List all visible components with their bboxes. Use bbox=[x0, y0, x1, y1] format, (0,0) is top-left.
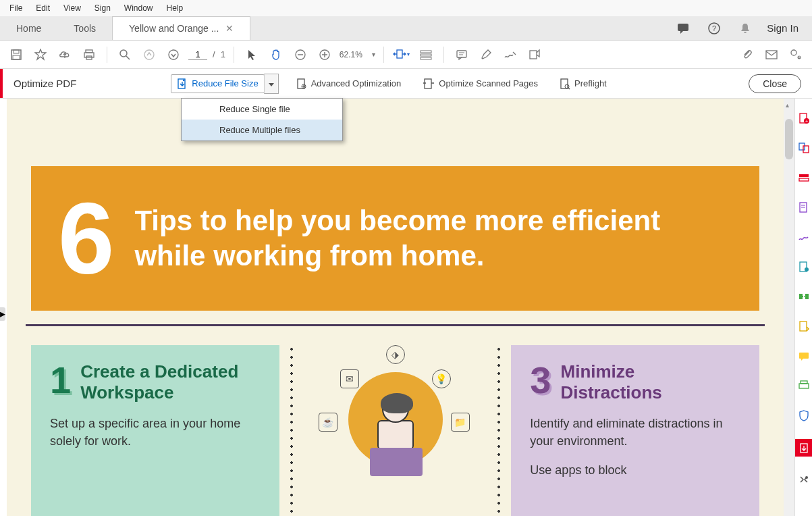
page-down-icon[interactable] bbox=[164, 45, 183, 64]
vertical-scrollbar[interactable]: ▴ bbox=[784, 99, 794, 516]
export-pdf-icon[interactable] bbox=[798, 201, 810, 213]
redact-icon[interactable] bbox=[798, 320, 810, 332]
document-viewport[interactable]: 6 Tips to help you become more efficient… bbox=[7, 99, 784, 516]
tab-close-icon[interactable]: ✕ bbox=[225, 23, 234, 34]
menu-view[interactable]: View bbox=[57, 1, 88, 15]
svg-rect-56 bbox=[801, 444, 807, 453]
menu-help[interactable]: Help bbox=[160, 1, 190, 15]
reduce-dropdown-menu: Reduce Single file Reduce Multiple files bbox=[181, 98, 343, 141]
svg-rect-55 bbox=[799, 384, 809, 388]
svg-rect-21 bbox=[421, 57, 431, 59]
svg-point-29 bbox=[798, 55, 801, 59]
print-tool-icon[interactable] bbox=[798, 380, 810, 392]
star-icon[interactable] bbox=[31, 45, 50, 64]
optimize-tool-icon[interactable] bbox=[795, 439, 813, 457]
protect-icon[interactable] bbox=[798, 409, 810, 421]
menu-sign[interactable]: Sign bbox=[88, 1, 117, 15]
zoom-level[interactable]: 62.1% bbox=[340, 50, 367, 59]
compress-icon[interactable] bbox=[798, 290, 810, 303]
edit-pdf-icon[interactable] bbox=[798, 172, 810, 184]
bell-icon[interactable] bbox=[736, 19, 755, 38]
svg-rect-43 bbox=[799, 174, 809, 177]
card3-title: Minimize Distractions bbox=[561, 361, 741, 403]
svg-point-9 bbox=[120, 50, 127, 57]
help-icon[interactable]: ? bbox=[705, 19, 724, 38]
more-tools-icon[interactable] bbox=[798, 474, 810, 486]
tab-home[interactable]: Home bbox=[0, 16, 57, 40]
left-panel-expand[interactable]: ▸ bbox=[0, 307, 5, 321]
scroll-up-icon[interactable]: ▴ bbox=[786, 101, 789, 109]
share-icon[interactable]: + bbox=[786, 45, 805, 64]
svg-rect-20 bbox=[421, 54, 431, 56]
reduce-dropdown-arrow[interactable] bbox=[264, 74, 279, 94]
folder-icon: 📁 bbox=[451, 413, 470, 432]
stamp-icon[interactable] bbox=[525, 45, 544, 64]
preflight-label: Preflight bbox=[574, 78, 607, 88]
zoom-in-icon[interactable] bbox=[315, 45, 334, 64]
print-icon[interactable] bbox=[80, 45, 99, 64]
svg-rect-6 bbox=[86, 50, 92, 53]
svg-rect-53 bbox=[799, 353, 809, 359]
find-icon[interactable] bbox=[115, 45, 134, 64]
tab-document[interactable]: Yellow and Orange ... ✕ bbox=[112, 16, 250, 40]
advanced-icon bbox=[296, 78, 307, 90]
create-pdf-icon[interactable]: + bbox=[798, 112, 810, 124]
reduce-single-item[interactable]: Reduce Single file bbox=[182, 99, 342, 120]
preflight-button[interactable]: Preflight bbox=[556, 75, 611, 93]
reduce-multiple-item[interactable]: Reduce Multiple files bbox=[182, 120, 342, 140]
svg-text:+: + bbox=[798, 54, 801, 60]
fit-width-icon[interactable]: ▾ bbox=[392, 45, 411, 64]
tab-bar: Home Tools Yellow and Orange ... ✕ ? Sig… bbox=[0, 16, 812, 41]
svg-rect-32 bbox=[298, 79, 304, 88]
save-icon[interactable] bbox=[7, 45, 26, 64]
sign-in-button[interactable]: Sign In bbox=[767, 22, 799, 34]
tip-card-1: 1 Create a Dedicated Workspace Set up a … bbox=[31, 345, 279, 516]
optimize-scanned-button[interactable]: Optimize Scanned Pages bbox=[418, 75, 542, 93]
advanced-optimization-button[interactable]: Advanced Optimization bbox=[292, 75, 406, 93]
close-button[interactable]: Close bbox=[749, 74, 801, 93]
tip-card-2-illustration: ⬗ ✉ 💡 ☕ 📁 bbox=[290, 345, 501, 516]
zoom-dropdown-icon[interactable]: ▾ bbox=[372, 51, 375, 58]
svg-line-10 bbox=[126, 56, 130, 59]
signature-icon[interactable] bbox=[501, 45, 520, 64]
svg-rect-7 bbox=[84, 53, 94, 57]
svg-point-13 bbox=[296, 50, 305, 59]
svg-point-57 bbox=[805, 476, 808, 479]
page-up-icon[interactable] bbox=[140, 45, 159, 64]
pointer-icon[interactable] bbox=[242, 45, 261, 64]
comment-icon[interactable] bbox=[674, 19, 693, 38]
svg-rect-38 bbox=[800, 113, 807, 123]
card3-number: 3 bbox=[530, 361, 551, 399]
page-display-icon[interactable] bbox=[416, 45, 435, 64]
scanned-label: Optimize Scanned Pages bbox=[439, 78, 538, 88]
zoom-out-icon[interactable] bbox=[291, 45, 310, 64]
email-icon[interactable] bbox=[762, 45, 781, 64]
menu-bar: File Edit View Sign Window Help bbox=[0, 0, 812, 16]
menu-file[interactable]: File bbox=[3, 1, 29, 15]
organize-icon[interactable] bbox=[798, 261, 810, 273]
card1-title: Create a Dedicated Workspace bbox=[80, 361, 261, 403]
hand-icon[interactable] bbox=[267, 45, 286, 64]
svg-rect-26 bbox=[530, 51, 537, 59]
sign-tool-icon[interactable] bbox=[798, 231, 810, 243]
page-number-input[interactable] bbox=[188, 49, 207, 60]
menu-window[interactable]: Window bbox=[117, 1, 160, 15]
banner: 6 Tips to help you become more efficient… bbox=[31, 166, 759, 311]
optimize-title: Optimize PDF bbox=[13, 78, 76, 89]
main-toolbar: / 1 62.1% ▾ ▾ + bbox=[0, 41, 812, 69]
comment-tool-icon[interactable] bbox=[452, 45, 471, 64]
tab-document-label: Yellow and Orange ... bbox=[129, 23, 219, 34]
svg-point-12 bbox=[169, 50, 178, 59]
tab-tools[interactable]: Tools bbox=[57, 16, 112, 40]
svg-point-36 bbox=[565, 84, 569, 88]
reduce-file-size-button[interactable]: Reduce File Size bbox=[171, 74, 264, 93]
attachment-icon[interactable] bbox=[738, 45, 757, 64]
scrollbar-thumb[interactable] bbox=[785, 119, 793, 159]
cloud-icon[interactable] bbox=[55, 45, 74, 64]
svg-rect-27 bbox=[766, 51, 777, 59]
banner-number: 6 bbox=[58, 188, 114, 289]
annotate-icon[interactable] bbox=[798, 350, 810, 362]
highlight-icon[interactable] bbox=[477, 45, 495, 64]
menu-edit[interactable]: Edit bbox=[29, 1, 57, 15]
combine-icon[interactable] bbox=[798, 142, 810, 154]
